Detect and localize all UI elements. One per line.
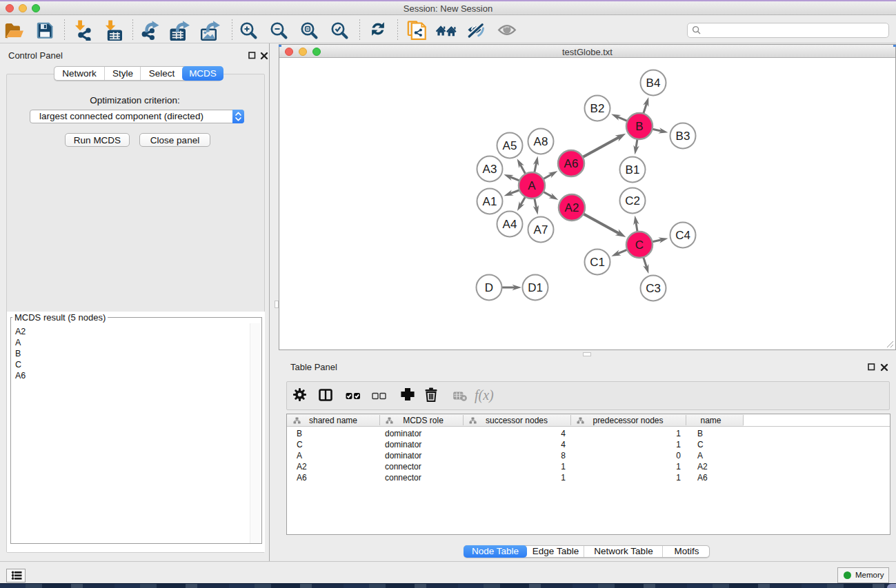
svg-text:A4: A4 (503, 218, 517, 231)
svg-text:A3: A3 (483, 163, 497, 176)
svg-text:A8: A8 (534, 135, 548, 148)
svg-text:D: D (485, 281, 493, 294)
svg-text:B2: B2 (590, 102, 605, 115)
svg-text:B4: B4 (646, 77, 661, 90)
svg-text:C1: C1 (590, 256, 605, 269)
svg-text:A7: A7 (534, 223, 548, 236)
svg-text:B: B (635, 120, 643, 133)
svg-text:D1: D1 (528, 281, 543, 294)
svg-text:A5: A5 (503, 139, 517, 152)
svg-text:A6: A6 (564, 157, 579, 170)
svg-text:A: A (528, 179, 536, 192)
svg-text:C3: C3 (646, 282, 661, 295)
svg-text:B3: B3 (676, 130, 690, 143)
svg-text:C4: C4 (675, 229, 690, 242)
svg-text:B1: B1 (626, 163, 640, 176)
svg-text:A2: A2 (565, 201, 579, 214)
svg-text:A1: A1 (483, 195, 497, 208)
svg-text:C2: C2 (625, 194, 640, 207)
svg-text:C: C (635, 239, 644, 252)
